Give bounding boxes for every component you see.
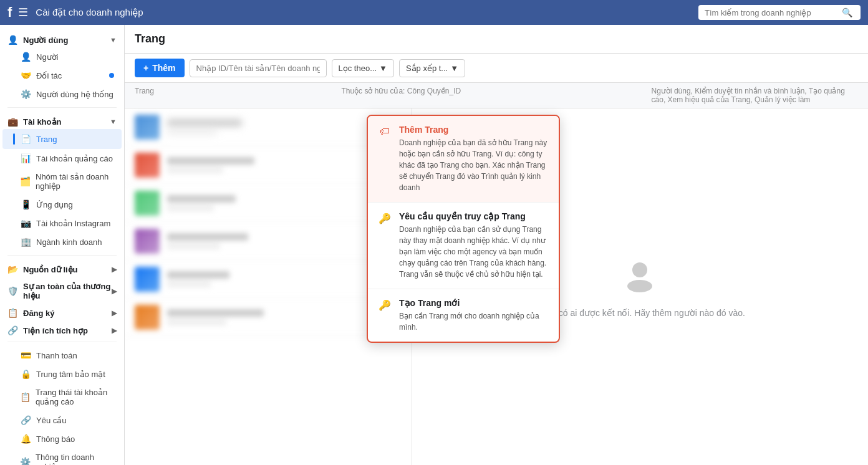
sidebar-item-nguoi[interactable]: 👤 Người bbox=[2, 47, 122, 66]
sidebar-item-nguoi-dung-he-thong[interactable]: ⚙️ Người dùng hệ thống bbox=[2, 85, 122, 103]
filter-button[interactable]: Lọc theo... ▼ bbox=[332, 59, 394, 77]
sort-label: Sắp xếp t... bbox=[406, 64, 448, 73]
app-icon: 📱 bbox=[20, 199, 31, 209]
filter-label: Lọc theo... bbox=[339, 64, 377, 73]
dropdown-item-desc: Bạn cần Trang mới cho doanh nghiệp của m… bbox=[399, 310, 549, 333]
notification-badge bbox=[109, 73, 114, 78]
sidebar-item-label: Tài khoản quảng cáo bbox=[36, 154, 113, 163]
sidebar-section-label: Người dùng bbox=[23, 36, 68, 45]
status-icon: 📋 bbox=[20, 392, 31, 402]
sidebar-item-trung-tam-bao-mat[interactable]: 🔒 Trung tâm bảo mật bbox=[2, 365, 122, 383]
page-info bbox=[167, 309, 401, 325]
page-thumbnail bbox=[135, 191, 160, 216]
menu-icon[interactable]: ☰ bbox=[18, 6, 28, 19]
key-icon: 🔑 bbox=[378, 213, 392, 224]
sidebar-item-label: Tài khoản Instagram bbox=[36, 219, 110, 228]
page-name bbox=[167, 195, 236, 203]
ad-icon: 📊 bbox=[20, 153, 31, 163]
toolbar: + Thêm Lọc theo... ▼ Sắp xếp t... ▼ 🏷 Th… bbox=[125, 54, 868, 83]
add-page-dropdown: 🏷 Thêm Trang Doanh nghiệp của bạn đã sở … bbox=[367, 115, 560, 343]
sidebar-item-trang-thai-tk[interactable]: 📋 Trang thái tài khoản quảng cáo bbox=[2, 383, 122, 411]
sidebar-item-label: Trang thái tài khoản quảng cáo bbox=[36, 388, 114, 406]
add-button[interactable]: + Thêm bbox=[135, 59, 185, 77]
dropdown-item-yeu-cau-quyen[interactable]: 🔑 Yêu cầu quyền truy cập Trang Doanh ngh… bbox=[368, 203, 559, 289]
page-info bbox=[167, 157, 401, 173]
sidebar-item-yeu-cau[interactable]: 🔗 Yêu cầu bbox=[2, 411, 122, 429]
sidebar-section-nguoi-dung[interactable]: 👤 Người dùng ▼ bbox=[0, 30, 124, 47]
page-info bbox=[167, 233, 401, 249]
page-name bbox=[167, 271, 229, 279]
asset-search-input[interactable] bbox=[190, 59, 327, 77]
sidebar-section-tai-khoan[interactable]: 💼 Tài khoản ▼ bbox=[0, 112, 124, 129]
page-thumbnail bbox=[135, 153, 160, 178]
sidebar-section-label: Sự an toàn của thương hiệu bbox=[23, 282, 112, 300]
empty-person-icon bbox=[534, 256, 745, 300]
main-layout: 👤 Người dùng ▼ 👤 Người 🤝 Đối tác ⚙️ Ngườ… bbox=[0, 25, 868, 465]
person-icon: 👤 bbox=[20, 52, 31, 62]
search-icon: 🔍 bbox=[842, 7, 852, 17]
page-name bbox=[167, 157, 254, 165]
page-id bbox=[167, 243, 220, 249]
svg-point-0 bbox=[632, 262, 647, 277]
sidebar-item-nganh-kinh-doanh[interactable]: 🏢 Ngành kinh doanh bbox=[2, 232, 122, 251]
sidebar-section-label: Nguồn dữ liệu bbox=[23, 265, 78, 274]
sidebar-item-thanh-toan[interactable]: 💳 Thanh toán bbox=[2, 346, 122, 365]
lock-icon: 🔒 bbox=[20, 369, 31, 379]
page-name bbox=[167, 309, 264, 317]
account-icon: 💼 bbox=[7, 117, 18, 127]
sidebar-item-tai-khoan-quang-cao[interactable]: 📊 Tài khoản quảng cáo bbox=[2, 149, 122, 168]
sidebar-item-label: Thông tin doanh nghiệp bbox=[36, 453, 114, 465]
sidebar-section-label: Tiện ích tích hợp bbox=[23, 326, 88, 335]
sidebar-item-trang[interactable]: 📄 Trang bbox=[2, 129, 122, 149]
chevron-right-icon: ▶ bbox=[112, 327, 117, 335]
sidebar-item-label: Ứng dụng bbox=[36, 200, 73, 209]
sidebar: 👤 Người dùng ▼ 👤 Người 🤝 Đối tác ⚙️ Ngườ… bbox=[0, 25, 125, 465]
page-id bbox=[167, 167, 223, 173]
chevron-right-icon: ▶ bbox=[112, 287, 117, 295]
sidebar-item-thong-bao[interactable]: 🔔 Thông báo bbox=[2, 429, 122, 448]
page-thumbnail bbox=[135, 305, 160, 330]
bell-icon: 🔔 bbox=[20, 434, 31, 444]
sidebar-section-label: Đăng ký bbox=[23, 309, 55, 318]
dropdown-item-tao-trang-moi[interactable]: 🔑 Tạo Trang mới Bạn cần Trang mới cho do… bbox=[368, 289, 559, 342]
dropdown-item-title: Yêu cầu quyền truy cập Trang bbox=[399, 211, 549, 221]
users-icon: 👤 bbox=[7, 35, 18, 45]
sidebar-section-dang-ky[interactable]: 📋 Đăng ký ▶ bbox=[0, 303, 124, 320]
dropdown-item-title: Thêm Trang bbox=[399, 125, 549, 135]
col-header-trang: Trang bbox=[135, 87, 341, 104]
sidebar-item-doi-tac[interactable]: 🤝 Đối tác bbox=[2, 66, 122, 85]
sidebar-section-su-an-toan[interactable]: 🛡️ Sự an toàn của thương hiệu ▶ bbox=[0, 277, 124, 303]
sidebar-item-label: Thanh toán bbox=[36, 351, 77, 360]
plus-icon: + bbox=[143, 63, 148, 73]
gear-icon: ⚙️ bbox=[20, 457, 31, 465]
page-id bbox=[167, 129, 217, 135]
divider bbox=[7, 255, 117, 256]
sidebar-item-label: Thông báo bbox=[36, 434, 75, 444]
sort-button[interactable]: Sắp xếp t... ▼ bbox=[399, 59, 465, 77]
sidebar-item-ung-dung[interactable]: 📱 Ứng dụng bbox=[2, 195, 122, 214]
chevron-down-icon: ▼ bbox=[379, 64, 387, 73]
business-icon: 🏢 bbox=[20, 237, 31, 247]
main-header: Trang bbox=[125, 25, 868, 54]
request-icon: 🔗 bbox=[20, 415, 31, 425]
sidebar-section-tien-ich[interactable]: 🔗 Tiện ích tích hợp ▶ bbox=[0, 320, 124, 338]
handshake-icon: 🤝 bbox=[20, 70, 31, 80]
global-search-input[interactable] bbox=[705, 8, 842, 17]
sidebar-item-nhom-tai-san[interactable]: 🗂️ Nhóm tài sản doanh nghiệp bbox=[2, 168, 122, 195]
chevron-down-icon: ▼ bbox=[450, 64, 458, 73]
sidebar-item-label: Nhóm tài sản doanh nghiệp bbox=[36, 172, 114, 191]
global-search-box[interactable]: 🔍 bbox=[698, 5, 861, 20]
shield-icon: 🛡️ bbox=[7, 286, 18, 296]
sidebar-item-thong-tin-dn[interactable]: ⚙️ Thông tin doanh nghiệp bbox=[2, 448, 122, 465]
dropdown-item-them-trang[interactable]: 🏷 Thêm Trang Doanh nghiệp của bạn đã sở … bbox=[368, 116, 559, 203]
page-icon: 📄 bbox=[20, 134, 31, 144]
dropdown-item-title: Tạo Trang mới bbox=[399, 298, 549, 308]
main-content: Trang + Thêm Lọc theo... ▼ Sắp xếp t... … bbox=[125, 25, 868, 465]
sidebar-item-instagram[interactable]: 📷 Tài khoản Instagram bbox=[2, 214, 122, 232]
sidebar-item-label: Đối tác bbox=[36, 71, 62, 80]
chevron-right-icon: ▶ bbox=[112, 266, 117, 274]
sidebar-section-nguon-du-lieu[interactable]: 📂 Nguồn dữ liệu ▶ bbox=[0, 259, 124, 277]
svg-point-1 bbox=[627, 280, 652, 292]
page-id bbox=[167, 281, 211, 287]
tag-icon: 🏷 bbox=[378, 126, 392, 137]
